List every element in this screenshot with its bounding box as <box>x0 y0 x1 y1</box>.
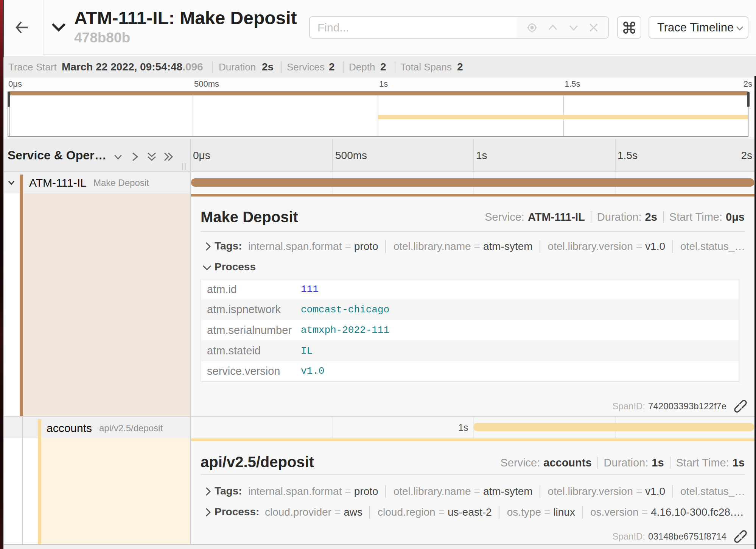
back-arrow-icon <box>15 21 28 34</box>
minimap-tick-labels: 0μs 500ms 1s 1.5s 2s <box>4 78 756 91</box>
minimap-canvas[interactable] <box>4 91 756 137</box>
span-row-2-name[interactable]: accounts api/v2.5/deposit <box>4 416 190 438</box>
summary-divider <box>343 61 344 73</box>
minimap-tick: 0μs <box>8 79 22 89</box>
span-row-1-name[interactable]: ATM-111-IL Make Deposit <box>4 172 190 193</box>
depth-value: 2 <box>380 61 386 73</box>
collapse-header-chevron-icon[interactable] <box>51 23 66 32</box>
service-operation-column-title: Service & Oper… <box>8 148 106 162</box>
tags-section-label[interactable]: Tags: <box>215 240 242 252</box>
span-detail-title: api/v2.5/deposit <box>201 454 314 470</box>
process-collapse-icon[interactable] <box>202 265 212 271</box>
kv-value: IL <box>301 340 739 361</box>
table-row: atm.stateidIL <box>201 340 739 361</box>
process-key: cloud.region <box>378 506 436 518</box>
tag-value: proto <box>354 240 378 253</box>
process-value: 4.16.10-300.fc28.… <box>651 506 744 518</box>
kv-key: atm.ispnetwork <box>201 299 301 320</box>
kv-key: atm.stateid <box>201 340 301 361</box>
view-type-label: Trace Timeline <box>657 21 734 34</box>
process-section-label[interactable]: Process <box>215 261 256 273</box>
kv-value: comcast-chicago <box>301 299 739 320</box>
tag-key: otel.library.name <box>394 485 471 498</box>
process-divider <box>582 506 583 519</box>
ruler-tick: 2s <box>741 150 752 162</box>
find-controls <box>517 16 609 39</box>
ruler-tick: 1s <box>476 150 487 162</box>
process-section-label[interactable]: Process: <box>215 506 259 518</box>
tag-divider <box>672 485 673 498</box>
minimap-tick: 1.5s <box>565 79 580 89</box>
table-row: service.versionv1.0 <box>201 361 739 382</box>
find-input[interactable]: Find... <box>309 16 517 39</box>
equals-sign: = <box>474 485 480 498</box>
tags-section-label[interactable]: Tags: <box>215 485 242 497</box>
meta-start-value: 0μs <box>726 209 745 225</box>
find-placeholder: Find... <box>317 21 349 34</box>
tags-expand-icon[interactable] <box>205 487 211 496</box>
find-next-icon[interactable] <box>568 22 579 33</box>
collapse-children-icon[interactable] <box>8 180 15 186</box>
minimap-scrubber-left[interactable] <box>8 92 10 107</box>
detail-divider <box>201 231 745 232</box>
window-right-edge <box>754 76 756 549</box>
collapse-all-icon[interactable] <box>147 152 157 162</box>
ruler-tick: 0μs <box>193 150 210 162</box>
keyboard-shortcuts-button[interactable] <box>617 16 641 39</box>
back-button[interactable] <box>4 0 44 55</box>
equals-sign: = <box>334 506 341 518</box>
column-splitter[interactable] <box>190 139 191 544</box>
span-bar-1[interactable] <box>191 178 754 187</box>
expand-all-icon[interactable] <box>163 152 174 162</box>
ruler-gridline <box>332 139 333 172</box>
equals-sign: = <box>439 506 445 518</box>
meta-start-value: 1s <box>733 454 745 471</box>
meta-service-value: accounts <box>543 454 591 471</box>
tag-divider <box>385 485 386 498</box>
kv-value: 111 <box>301 279 739 299</box>
minimap-tick: 1s <box>379 79 388 89</box>
duration-label: Duration <box>219 61 256 73</box>
clear-find-icon[interactable] <box>589 23 599 33</box>
link-icon[interactable] <box>732 528 749 545</box>
page-title: ATM-111-IL: Make Deposit <box>74 8 297 28</box>
span-bar-2[interactable] <box>473 423 754 431</box>
kv-value: v1.0 <box>301 361 739 382</box>
span-row-1-timeline[interactable] <box>191 172 756 193</box>
total-spans-label: Total Spans <box>400 61 452 73</box>
meta-service-label: Service: <box>501 454 540 471</box>
minimap-gridline <box>563 92 564 136</box>
span-id-label: SpanID: <box>612 531 645 542</box>
detail-row-1-name-column[interactable] <box>23 193 190 416</box>
find-prev-icon[interactable] <box>547 22 558 33</box>
process-value: us-east-2 <box>448 506 492 518</box>
span-detail-panel-1: Make Deposit Service:ATM-111-IL Duration… <box>190 194 756 416</box>
minimap-scrubber-right[interactable] <box>747 92 750 107</box>
services-label: Services <box>287 61 325 73</box>
tag-divider <box>540 485 540 498</box>
meta-service-value: ATM-111-IL <box>528 209 585 225</box>
equals-sign: = <box>345 240 351 253</box>
process-expand-icon[interactable] <box>205 507 211 517</box>
span-row-2-timeline[interactable]: 1s <box>191 416 756 438</box>
tags-expand-icon[interactable] <box>205 242 211 251</box>
ruler-tick: 500ms <box>335 150 367 162</box>
meta-duration-value: 1s <box>652 454 664 471</box>
equals-sign: = <box>474 240 480 253</box>
meta-start-label: Start Time: <box>669 209 722 225</box>
detail-row-2-name-column[interactable] <box>41 438 190 544</box>
view-type-dropdown[interactable]: Trace Timeline <box>649 16 748 39</box>
process-value: linux <box>553 506 575 518</box>
below-list-area <box>4 545 756 549</box>
expand-one-icon[interactable] <box>131 152 139 162</box>
tags-list: internal.span.format=proto otel.library.… <box>248 484 746 499</box>
minimap-gridline <box>193 92 193 136</box>
desktop-background-strip <box>0 0 3 549</box>
link-icon[interactable] <box>732 398 749 415</box>
trace-id: 478b80b <box>74 30 130 46</box>
collapse-one-icon[interactable] <box>114 154 122 160</box>
meta-divider <box>670 457 670 469</box>
depth-label: Depth <box>349 61 375 73</box>
locate-icon[interactable] <box>526 22 538 33</box>
column-resizer-handle[interactable] <box>182 163 187 172</box>
